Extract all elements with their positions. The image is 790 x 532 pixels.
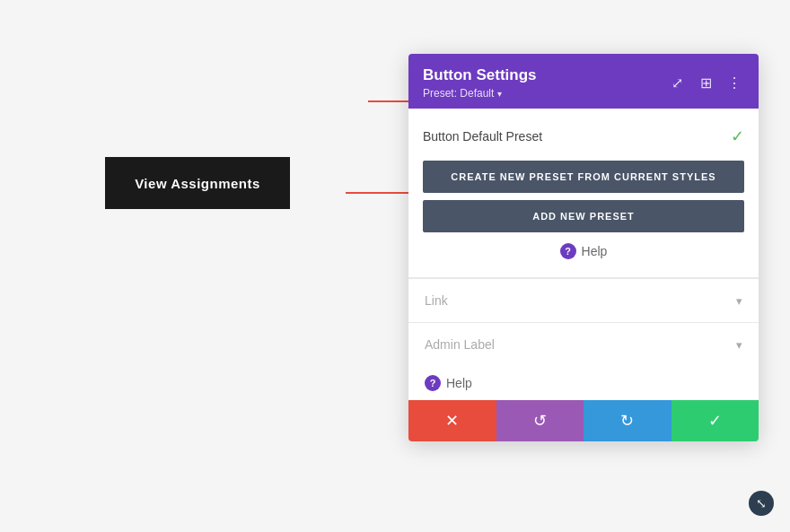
panel-header-icons: ⤢ ⊞ ⋮ bbox=[667, 74, 744, 93]
expand-icon[interactable]: ⤢ bbox=[667, 74, 687, 93]
drag-handle[interactable]: ⤡ bbox=[749, 491, 774, 516]
help-circle-icon: ? bbox=[560, 243, 576, 259]
columns-icon[interactable]: ⊞ bbox=[696, 74, 715, 93]
accordion-admin-label[interactable]: Admin Label ▾ bbox=[408, 322, 759, 366]
panel-header: Button Settings Preset: Default ▾ ⤢ ⊞ ⋮ bbox=[408, 54, 759, 109]
add-preset-button[interactable]: ADD NEW PRESET bbox=[423, 200, 744, 232]
bottom-help[interactable]: ? Help bbox=[408, 366, 759, 400]
preset-item-name: Button Default Preset bbox=[423, 129, 542, 144]
accordion-admin-label-chevron: ▾ bbox=[736, 338, 742, 352]
cancel-button[interactable]: ✕ bbox=[408, 400, 496, 441]
accordion-link-label: Link bbox=[425, 293, 448, 308]
settings-panel: Button Settings Preset: Default ▾ ⤢ ⊞ ⋮ … bbox=[408, 54, 759, 441]
preset-caret-icon: ▾ bbox=[497, 89, 502, 99]
create-preset-button[interactable]: CREATE NEW PRESET FROM CURRENT STYLES bbox=[423, 161, 744, 193]
arrow-line-2 bbox=[346, 192, 413, 194]
add-preset-label: ADD NEW PRESET bbox=[532, 211, 635, 222]
redo-icon: ↻ bbox=[620, 411, 634, 431]
view-assignments-label: View Assignments bbox=[135, 176, 260, 191]
accordion-admin-label-text: Admin Label bbox=[425, 337, 495, 352]
confirm-icon: ✓ bbox=[708, 411, 722, 431]
preset-label-text: Preset: Default bbox=[423, 87, 494, 100]
more-options-icon[interactable]: ⋮ bbox=[724, 74, 744, 93]
panel-preset-selector[interactable]: Preset: Default ▾ bbox=[423, 87, 537, 100]
bottom-help-label: Help bbox=[446, 376, 472, 390]
preset-item-default[interactable]: Button Default Preset ✓ bbox=[423, 119, 744, 153]
panel-header-left: Button Settings Preset: Default ▾ bbox=[423, 66, 537, 100]
dropdown-help[interactable]: ? Help bbox=[423, 232, 744, 263]
view-assignments-button[interactable]: View Assignments bbox=[105, 157, 290, 209]
cancel-icon: ✕ bbox=[445, 411, 459, 431]
bottom-help-icon: ? bbox=[425, 375, 441, 391]
undo-icon: ↺ bbox=[533, 411, 547, 431]
undo-button[interactable]: ↺ bbox=[496, 400, 584, 441]
redo-button[interactable]: ↻ bbox=[584, 400, 672, 441]
bottom-toolbar: ✕ ↺ ↻ ✓ bbox=[408, 400, 759, 441]
drag-handle-icon: ⤡ bbox=[756, 496, 767, 510]
preset-dropdown: Button Default Preset ✓ CREATE NEW PRESE… bbox=[408, 109, 759, 278]
preset-check-icon: ✓ bbox=[731, 126, 744, 146]
confirm-button[interactable]: ✓ bbox=[672, 400, 759, 441]
accordion-link-chevron: ▾ bbox=[736, 294, 742, 308]
panel-title: Button Settings bbox=[423, 66, 537, 84]
dropdown-help-label: Help bbox=[582, 244, 608, 258]
accordion-link[interactable]: Link ▾ bbox=[408, 278, 759, 322]
create-preset-label: CREATE NEW PRESET FROM CURRENT STYLES bbox=[451, 171, 715, 182]
